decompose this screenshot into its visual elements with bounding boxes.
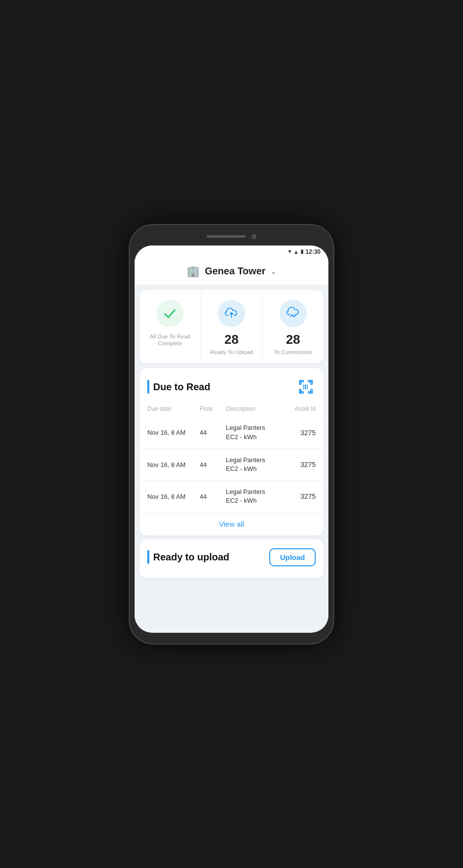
summary-card: All Due To Read Complete 28 Ready To Upl…	[139, 290, 324, 364]
row1-date: Nov 16, 8 AM	[147, 429, 200, 436]
phone-speaker	[207, 235, 246, 238]
barcode-scan-icon	[297, 378, 315, 396]
due-to-read-title: Due to Read	[153, 381, 210, 393]
table-header: Due date Floor Description Asset Id	[139, 403, 324, 417]
wifi-icon: ▾	[288, 248, 291, 255]
commission-icon	[285, 306, 301, 321]
view-all-button[interactable]: View all	[219, 520, 244, 528]
complete-label: All Due To Read Complete	[144, 333, 196, 348]
chevron-down-icon[interactable]: ⌄	[271, 267, 277, 275]
phone-camera	[252, 234, 256, 239]
commission-count: 28	[286, 333, 300, 346]
upload-count: 28	[225, 333, 239, 346]
barcode-scan-button[interactable]	[296, 377, 316, 397]
ready-to-upload-section: Ready to upload Upload	[139, 539, 324, 578]
upload-label: Ready To Upload	[210, 349, 253, 356]
status-bar: ▾ ▲ ▮ 12:30	[135, 245, 328, 258]
table-row[interactable]: Nov 16, 8 AM 44 Legal Panters EC2 - kWh …	[139, 417, 324, 448]
summary-item-complete[interactable]: All Due To Read Complete	[139, 290, 201, 364]
row1-asset: 3275	[278, 429, 316, 437]
ready-accent-bar	[147, 550, 149, 564]
due-to-read-header: Due to Read	[139, 368, 324, 403]
commission-icon-circle	[279, 300, 307, 327]
table-row[interactable]: Nov 16, 8 AM 44 Legal Panters EC2 - kWh …	[139, 481, 324, 512]
check-icon	[162, 306, 177, 321]
location-title: Genea Tower	[205, 266, 265, 277]
row3-asset: 3275	[278, 492, 316, 500]
view-all-wrap: View all	[139, 513, 324, 535]
status-icons: ▾ ▲ ▮ 12:30	[288, 248, 321, 255]
row2-date: Nov 16, 8 AM	[147, 461, 200, 468]
summary-item-upload[interactable]: 28 Ready To Upload	[201, 290, 263, 364]
ready-to-upload-header: Ready to upload Upload	[139, 539, 324, 573]
phone-notch	[135, 230, 328, 244]
building-icon: 🏢	[186, 265, 200, 278]
phone-screen: ▾ ▲ ▮ 12:30 🏢 Genea Tower ⌄	[135, 245, 328, 633]
ready-to-upload-title: Ready to upload	[153, 552, 230, 563]
upload-cloud-icon	[224, 306, 239, 321]
row2-asset: 3275	[278, 461, 316, 468]
complete-icon-circle	[156, 300, 184, 327]
col-asset-id: Asset Id	[278, 405, 316, 412]
signal-icon: ▲	[293, 249, 299, 255]
row3-date: Nov 16, 8 AM	[147, 493, 200, 500]
table-row[interactable]: Nov 16, 8 AM 44 Legal Panters EC2 - kWh …	[139, 449, 324, 481]
row1-floor: 44	[200, 429, 226, 436]
phone-frame: ▾ ▲ ▮ 12:30 🏢 Genea Tower ⌄	[129, 224, 334, 645]
commission-label: To Commission	[274, 349, 312, 356]
accent-bar	[147, 380, 149, 394]
upload-button[interactable]: Upload	[269, 548, 316, 566]
app-header: 🏢 Genea Tower ⌄	[135, 258, 328, 285]
row2-floor: 44	[200, 461, 226, 468]
due-to-read-section: Due to Read	[139, 368, 324, 535]
time-display: 12:30	[305, 248, 321, 255]
row1-desc: Legal Panters EC2 - kWh	[226, 423, 278, 441]
ready-title-wrap: Ready to upload	[147, 550, 230, 564]
section-title-wrap: Due to Read	[147, 380, 210, 394]
battery-icon: ▮	[301, 248, 303, 255]
summary-item-commission[interactable]: 28 To Commission	[262, 290, 324, 364]
upload-icon-circle	[218, 300, 245, 327]
col-description: Description	[226, 405, 278, 412]
col-floor: Floor	[200, 405, 226, 412]
col-due-date: Due date	[147, 405, 200, 412]
row3-floor: 44	[200, 493, 226, 500]
row2-desc: Legal Panters EC2 - kWh	[226, 456, 278, 473]
scroll-content: 🏢 Genea Tower ⌄ All Due To Read Complete	[135, 258, 328, 630]
row3-desc: Legal Panters EC2 - kWh	[226, 488, 278, 505]
